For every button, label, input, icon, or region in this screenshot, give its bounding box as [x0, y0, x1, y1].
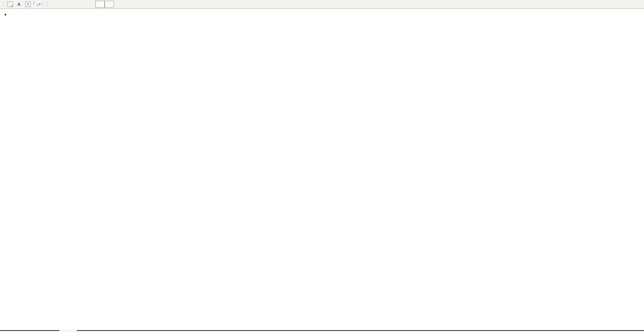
chart-canvas[interactable]	[0, 0, 644, 332]
collapse-triangle-icon[interactable]: ▼	[4, 13, 7, 17]
scrollbar-segment[interactable]	[0, 330, 59, 331]
scrollbar-segment[interactable]	[77, 330, 644, 331]
chart-title: ▼	[4, 12, 11, 17]
horizontal-scrollbar[interactable]	[0, 329, 644, 332]
